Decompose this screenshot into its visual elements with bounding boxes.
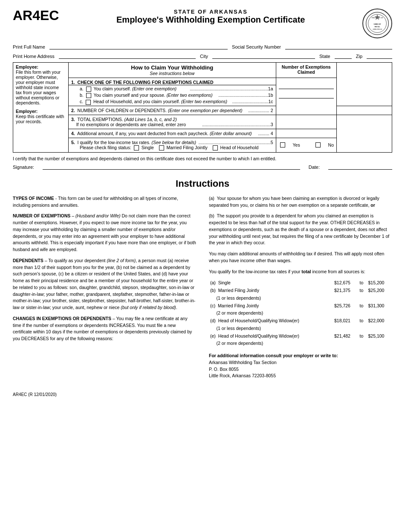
- instructions-title: Instructions: [13, 178, 392, 189]
- item1-number: 1.: [71, 80, 75, 85]
- item5-yes-no: Yes No: [276, 138, 337, 152]
- income-end-c: $31,300: [367, 302, 392, 310]
- state-field[interactable]: [335, 52, 352, 59]
- exemption-1c-value[interactable]: [279, 98, 334, 108]
- date-field[interactable]: [328, 163, 392, 170]
- types-of-income-heading: TYPES OF INCOME: [13, 196, 54, 201]
- full-name-field[interactable]: [49, 43, 228, 49]
- right-para-a-bold: or: [370, 202, 375, 208]
- income-end-b: $25,200: [367, 287, 392, 295]
- changes-heading: CHANGES IN EXEMPTIONS OR DEPENDENTS: [13, 316, 111, 321]
- signature-field[interactable]: [43, 163, 300, 170]
- instructions-section: Instructions TYPES OF INCOME - This form…: [13, 178, 392, 384]
- dependents-italic2: (but only if related by blood): [121, 305, 176, 310]
- checkbox-no[interactable]: [315, 142, 321, 147]
- exemptions-header-cell: Number of Exemptions Claimed: [276, 63, 337, 78]
- item1c-italic: (Enter two exemptions): [181, 99, 227, 104]
- contact-line1: Arkansas Withholding Tax Section: [209, 360, 277, 365]
- income-row-d2: (1 or less dependents): [209, 325, 392, 332]
- item2-ref: ................. 2: [248, 108, 273, 113]
- checkbox-hoh[interactable]: [213, 145, 218, 150]
- right-para-a: (a) Your spouse for whom you have been c…: [209, 195, 392, 209]
- income-end-d: $22,000: [367, 317, 392, 325]
- item1c-row: c. Head of Household, and you claim your…: [80, 99, 273, 104]
- income-row-c2: (2 or more dependents): [209, 309, 392, 317]
- item1b-row: b. You claim yourself and your spouse. (…: [80, 93, 273, 98]
- income-row-e2: (2 or more dependents): [209, 340, 392, 347]
- checkbox-yes[interactable]: [280, 142, 285, 147]
- income-end-a: $15,200: [367, 279, 392, 287]
- item1c-ref: .............................1c: [232, 99, 273, 104]
- exemption-2-cell[interactable]: [337, 106, 392, 115]
- address-row: Print Home Address City State Zip: [13, 52, 392, 59]
- address-field[interactable]: [59, 52, 196, 59]
- item1-header: 1. CHECK ONE OF THE FOLLOWING FOR EXEMPT…: [69, 78, 276, 85]
- city-field[interactable]: [212, 52, 315, 59]
- income-label-d: (d) Head of Household/Qualifying Widow(e…: [209, 317, 333, 325]
- checkbox-married[interactable]: [159, 145, 164, 150]
- employer-title: Employer:: [16, 109, 38, 114]
- income-from-e: $21,482: [333, 332, 359, 340]
- exemption-1b-value[interactable]: [279, 89, 334, 98]
- yes-label: Yes: [293, 142, 300, 147]
- income-to-c: to: [358, 302, 367, 310]
- income-label-c2: (2 or more dependents): [209, 309, 392, 317]
- employee-body: File this form with your employer. Other…: [16, 69, 61, 105]
- certify-text: I certify that the number of exemptions …: [13, 156, 392, 161]
- signature-row: Signature: Date:: [13, 163, 392, 170]
- ssn-label: Social Security Number: [232, 44, 281, 49]
- exemption-1a-value[interactable]: [279, 80, 334, 89]
- income-from-b: $21,375: [333, 287, 359, 295]
- income-label-e: (e) Head of Household/Qualifying Widow(e…: [209, 332, 333, 340]
- item3-row: 3. TOTAL EXEMPTIONS. (Add Lines 1a, b, c…: [69, 115, 276, 129]
- item3-number: 3.: [71, 117, 75, 122]
- item2-number: 2.: [71, 108, 75, 113]
- exemption-4-cell[interactable]: [276, 129, 337, 138]
- dependents-para: DEPENDENTS – To qualify as your dependen…: [13, 257, 196, 311]
- page-header: AR4EC STATE OF ARKANSAS Employee's Withh…: [13, 9, 392, 38]
- city-label: City: [200, 54, 208, 59]
- right-additional-para: You may claim additional amounts of with…: [209, 251, 392, 264]
- item1b-italic: (Enter two exemptions): [167, 93, 213, 98]
- income-end-e: $25,100: [367, 332, 392, 340]
- state-seal: THE STATE OF ARKANSAS GREAT SEAL: [362, 9, 392, 38]
- exemptions-1abc-cell: [276, 78, 337, 115]
- income-row-b2: (1 or less dependents): [209, 295, 392, 302]
- right-para-b: (b) The support you provide to a depende…: [209, 213, 392, 246]
- checkbox-1b[interactable]: [86, 93, 91, 98]
- income-to-d: to: [358, 317, 367, 325]
- income-label-c: (c) Married Filing Jointly: [209, 302, 333, 310]
- date-label: Date:: [309, 165, 320, 170]
- item4-italic: (Enter dollar amount): [210, 131, 252, 136]
- changes-para: CHANGES IN EXEMPTIONS OR DEPENDENTS – Yo…: [13, 315, 196, 342]
- contact-line3: Little Rock, Arkansas 72203-8055: [209, 373, 276, 378]
- item1-text: CHECK ONE OF THE FOLLOWING FOR EXEMPTION…: [78, 80, 214, 85]
- state-name: STATE OF ARKANSAS: [63, 9, 358, 15]
- checkbox-single[interactable]: [134, 145, 139, 150]
- filing-status-label: Please check filing status: Single Marri…: [80, 145, 258, 150]
- how-to-title: How to Claim Your Withholding: [71, 64, 273, 71]
- item4-ref: ......... 4: [258, 131, 273, 136]
- types-of-income-para: TYPES OF INCOME - This form can be used …: [13, 195, 196, 209]
- name-ssn-row: Print Full Name Social Security Number: [13, 43, 392, 49]
- main-form-table: Employee: File this form with your emplo…: [13, 62, 392, 153]
- checkbox-1a[interactable]: [86, 87, 91, 92]
- employee-title: Employee:: [16, 64, 38, 69]
- how-to-header-cell: How to Claim Your Withholding See instru…: [69, 63, 276, 78]
- contact-info: For additional information consult your …: [209, 353, 392, 379]
- income-to-a: to: [358, 279, 367, 287]
- zip-field[interactable]: [367, 52, 392, 59]
- full-name-label: Print Full Name: [13, 44, 45, 49]
- exemption-3-cell[interactable]: [276, 115, 337, 129]
- ssn-field[interactable]: [285, 43, 392, 49]
- number-exemptions-italic: (Husband and/or Wife): [75, 213, 121, 218]
- item5-italic: (See below for details): [152, 140, 196, 145]
- item5-number: 5.: [71, 140, 75, 145]
- item1-subitems: a. You claim yourself. (Enter one exempt…: [69, 85, 276, 106]
- how-to-subtitle: See instructions below: [71, 71, 273, 76]
- income-row-a: (a) Single $12,675 to $15,200: [209, 279, 392, 287]
- footer: AR4EC (R 12/01/2020): [13, 392, 392, 397]
- checkbox-1c[interactable]: [86, 100, 91, 105]
- number-exemptions-heading: NUMBER OF EXEMPTIONS: [13, 213, 70, 218]
- income-from-c: $25,726: [333, 302, 359, 310]
